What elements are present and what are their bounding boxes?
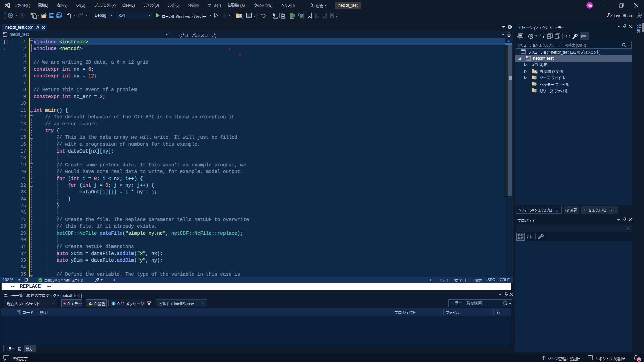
svg-text:abc: abc bbox=[261, 13, 266, 16]
svg-text:Z: Z bbox=[527, 237, 528, 239]
